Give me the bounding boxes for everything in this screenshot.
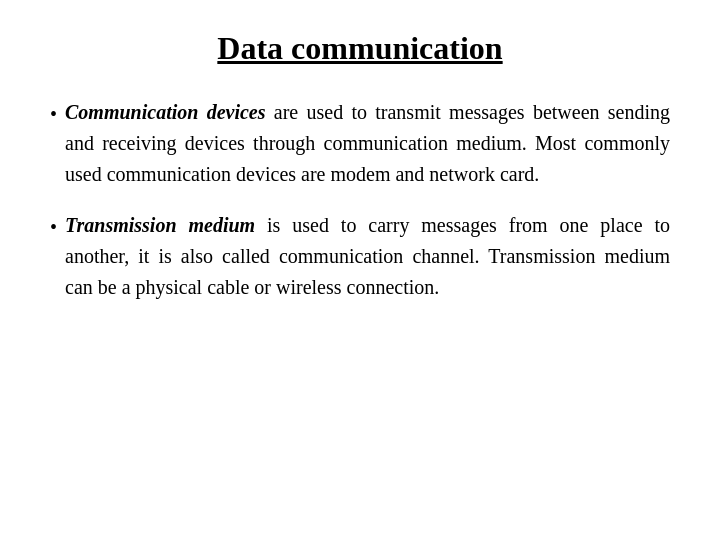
bullet-point-1: •	[50, 99, 57, 129]
bullet-text-1: Communication devices are used to transm…	[65, 97, 670, 190]
list-item: • Transmission medium is used to carry m…	[50, 210, 670, 303]
page-title: Data communication	[217, 30, 502, 67]
term-transmission-medium: Transmission medium	[65, 214, 255, 236]
list-item: • Communication devices are used to tran…	[50, 97, 670, 190]
term-communication-devices: Communication devices	[65, 101, 266, 123]
content-area: • Communication devices are used to tran…	[50, 97, 670, 303]
bullet-point-2: •	[50, 212, 57, 242]
bullet-text-2: Transmission medium is used to carry mes…	[65, 210, 670, 303]
